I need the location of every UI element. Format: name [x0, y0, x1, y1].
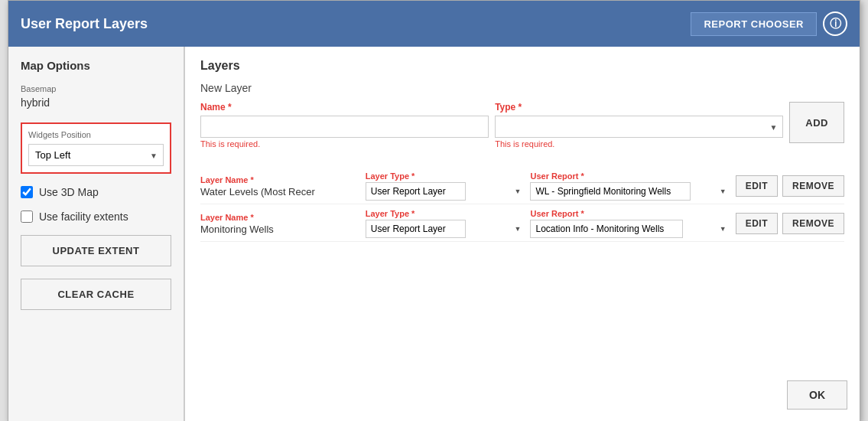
- new-layer-title: New Layer: [200, 82, 844, 94]
- layers-heading: Layers: [200, 59, 844, 73]
- main-window: User Report Layers REPORT CHOOSER ⓘ Map …: [8, 0, 860, 421]
- title-bar: User Report Layers REPORT CHOOSER ⓘ: [8, 1, 860, 47]
- basemap-value: hybrid: [21, 95, 171, 110]
- title-bar-actions: REPORT CHOOSER ⓘ: [691, 11, 847, 36]
- name-field-label: Name *: [200, 102, 489, 113]
- layer-type-select-wrapper-1: User Report Layer: [366, 182, 526, 201]
- layer-report-select-2[interactable]: Location Info - Monitoring Wells: [530, 220, 683, 238]
- remove-button-1[interactable]: REMOVE: [782, 175, 844, 197]
- user-report-header-1: User Report *: [530, 171, 730, 181]
- widgets-position-select[interactable]: Top Left Top Right Bottom Left Bottom Ri…: [28, 144, 164, 166]
- left-panel: Map Options Basemap hybrid Widgets Posit…: [8, 47, 184, 421]
- layer-type-select-2[interactable]: User Report Layer: [366, 220, 466, 238]
- info-icon: ⓘ: [830, 17, 841, 31]
- ok-button[interactable]: OK: [787, 380, 847, 410]
- map-options-section: Map Options: [21, 59, 171, 75]
- add-button[interactable]: ADD: [789, 102, 844, 143]
- layer-type-group-1: Layer Type * User Report Layer: [366, 171, 526, 201]
- map-options-heading: Map Options: [21, 59, 171, 72]
- layer-report-group-1: User Report * WL - Springfield Monitorin…: [530, 171, 730, 201]
- table-row: Layer Name * Water Levels (Most Recer La…: [200, 168, 844, 204]
- layer-name-group-2: Layer Name * Monitoring Wells: [200, 213, 361, 235]
- layer-type-header-2: Layer Type *: [366, 209, 526, 218]
- layer-report-select-1[interactable]: WL - Springfield Monitoring Wells: [530, 182, 691, 201]
- edit-button-2[interactable]: EDIT: [736, 213, 778, 234]
- layer-report-group-2: User Report * Location Info - Monitoring…: [530, 209, 730, 238]
- user-report-header-2: User Report *: [530, 209, 730, 218]
- window-title: User Report Layers: [21, 16, 148, 32]
- layer-name-header-1: Layer Name *: [200, 175, 361, 184]
- type-field-label: Type *: [495, 102, 783, 113]
- layer-type-select-1[interactable]: User Report Layer: [366, 182, 466, 201]
- type-field-wrapper: Type * User Report Layer This is require…: [495, 102, 783, 148]
- layer-type-group-2: Layer Type * User Report Layer: [366, 209, 526, 238]
- use-3d-map-checkbox[interactable]: [21, 186, 33, 198]
- layer-type-header-1: Layer Type *: [366, 171, 526, 181]
- widgets-position-select-wrapper: Top Left Top Right Bottom Left Bottom Ri…: [28, 144, 164, 166]
- basemap-field: Basemap hybrid: [21, 84, 171, 110]
- edit-button-1[interactable]: EDIT: [736, 175, 778, 197]
- new-layer-section: New Layer Name * This is required. Type …: [200, 82, 844, 148]
- use-3d-map-label[interactable]: Use 3D Map: [39, 186, 99, 198]
- right-panel: Layers New Layer Name * This is required…: [185, 47, 860, 421]
- layer-name-value-1: Water Levels (Most Recer: [200, 186, 361, 197]
- type-select[interactable]: User Report Layer: [495, 116, 783, 138]
- layer-name-value-2: Monitoring Wells: [200, 224, 361, 235]
- layers-table: Layer Name * Water Levels (Most Recer La…: [200, 168, 844, 242]
- basemap-label: Basemap: [21, 84, 171, 93]
- layer-report-select-wrapper-1: WL - Springfield Monitoring Wells: [530, 182, 730, 201]
- info-button[interactable]: ⓘ: [823, 11, 847, 36]
- report-chooser-button[interactable]: REPORT CHOOSER: [691, 12, 817, 36]
- name-field-wrapper: Name * This is required.: [200, 102, 489, 148]
- update-extent-button[interactable]: UPDATE EXTENT: [21, 235, 171, 266]
- use-facility-extents-label[interactable]: Use facility extents: [39, 210, 128, 223]
- layer-report-select-wrapper-2: Location Info - Monitoring Wells: [530, 220, 730, 238]
- widgets-position-label: Widgets Position: [28, 130, 164, 139]
- type-select-wrapper: User Report Layer: [495, 116, 783, 138]
- remove-button-2[interactable]: REMOVE: [782, 213, 844, 234]
- layer-name-header-2: Layer Name *: [200, 213, 361, 222]
- content-area: Map Options Basemap hybrid Widgets Posit…: [8, 47, 860, 421]
- table-row: Layer Name * Monitoring Wells Layer Type…: [200, 206, 844, 242]
- use-facility-extents-row: Use facility extents: [21, 210, 171, 223]
- layer-name-group-1: Layer Name * Water Levels (Most Recer: [200, 175, 361, 197]
- name-error: This is required.: [200, 139, 489, 148]
- use-facility-extents-checkbox[interactable]: [21, 210, 33, 223]
- use-3d-map-row: Use 3D Map: [21, 186, 171, 198]
- type-error: This is required.: [495, 139, 783, 148]
- new-layer-row: Name * This is required. Type * User Rep…: [200, 102, 844, 148]
- widgets-position-field: Widgets Position Top Left Top Right Bott…: [21, 122, 171, 174]
- name-input[interactable]: [200, 116, 489, 138]
- layer-type-select-wrapper-2: User Report Layer: [366, 220, 526, 238]
- clear-cache-button[interactable]: CLEAR CACHE: [21, 279, 171, 310]
